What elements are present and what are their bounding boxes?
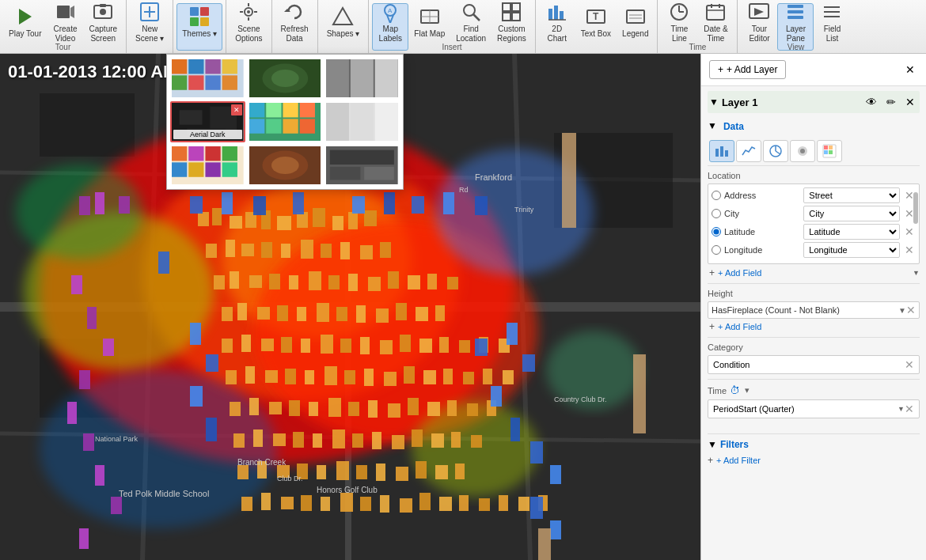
svg-rect-250	[419, 493, 431, 510]
themes-button[interactable]: Themes ▾	[176, 3, 222, 51]
svg-text:Honors Golf Club: Honors Golf Club	[317, 486, 378, 494]
bar-chart-viz-button[interactable]	[709, 140, 734, 162]
layer-title-row: ▼ Layer 1 👁 ✏ ✕	[708, 91, 920, 113]
svg-rect-79	[283, 103, 298, 117]
layer-remove-button[interactable]: ✕	[902, 94, 918, 110]
svg-rect-209	[368, 400, 378, 418]
time-settings-arrow[interactable]: ▾	[745, 385, 750, 395]
theme-item-8[interactable]	[248, 145, 323, 186]
layer-edit-button[interactable]: ✏	[883, 94, 899, 110]
filters-title-row: ▼ Filters	[708, 439, 920, 450]
bubble-viz-button[interactable]	[790, 140, 815, 162]
scene-options-button[interactable]: SceneOptions	[230, 3, 268, 51]
city-radio[interactable]	[712, 209, 721, 218]
svg-text:T: T	[593, 11, 599, 22]
svg-rect-52	[787, 16, 803, 19]
svg-point-14	[247, 10, 250, 13]
theme-item-7[interactable]	[170, 145, 245, 186]
svg-rect-92	[205, 146, 220, 161]
location-add-field-row: + + Add Field ▼	[708, 267, 920, 278]
text-box-button[interactable]: T Text Box	[575, 3, 617, 51]
layer-expand-icon[interactable]: ▼	[709, 96, 719, 108]
theme-item-1[interactable]	[170, 58, 245, 99]
svg-rect-291	[79, 528, 89, 549]
longitude-remove-button[interactable]: ✕	[903, 244, 916, 256]
svg-rect-131	[277, 216, 291, 230]
svg-rect-12	[200, 17, 209, 26]
svg-rect-281	[95, 192, 104, 214]
location-add-field-label[interactable]: + Add Field	[718, 268, 761, 278]
add-filter-label[interactable]: + Add Filter	[716, 456, 761, 465]
location-dropdown-arrow[interactable]: ▼	[913, 269, 920, 277]
svg-rect-249	[400, 498, 412, 513]
toolbar-group-themes: Themes ▾	[173, 0, 226, 53]
play-tour-label: Play Tour	[9, 29, 42, 39]
latitude-remove-button[interactable]: ✕	[903, 225, 916, 238]
panel-close-button[interactable]: ✕	[902, 62, 918, 78]
latitude-radio[interactable]	[712, 227, 721, 236]
layer-visibility-button[interactable]: 👁	[863, 94, 880, 110]
theme-item-9[interactable]	[324, 145, 400, 186]
svg-rect-163	[277, 305, 288, 321]
heatmap-viz-button[interactable]	[817, 140, 842, 162]
legend-button[interactable]: Legend	[617, 3, 654, 51]
shapes-button[interactable]: Shapes ▾	[321, 3, 366, 51]
height-remove-button[interactable]: ✕	[906, 304, 916, 316]
longitude-select[interactable]: Longitude	[803, 242, 900, 258]
add-layer-button[interactable]: + + Add Layer	[709, 60, 786, 79]
aerial-dark-close[interactable]: ✕	[231, 104, 242, 115]
svg-rect-193	[344, 370, 355, 384]
theme-item-3[interactable]	[324, 58, 400, 99]
toolbar-group-scene-options: SceneOptions	[226, 0, 271, 53]
svg-rect-245	[321, 497, 330, 511]
svg-rect-136	[364, 210, 377, 226]
svg-rect-288	[83, 433, 94, 451]
svg-rect-280	[79, 196, 90, 215]
svg-rect-220	[313, 433, 322, 448]
new-scene-button[interactable]: NewScene ▾	[130, 3, 169, 51]
data-expand-icon[interactable]: ▼	[708, 120, 717, 131]
address-select[interactable]: Street	[803, 187, 900, 203]
svg-rect-182	[419, 339, 432, 353]
time-value: PeriodStart (Quarter)	[713, 404, 898, 414]
svg-rect-172	[222, 339, 233, 353]
panel-header: + + Add Layer ✕	[701, 54, 926, 86]
refresh-data-button[interactable]: RefreshData	[275, 3, 314, 51]
theme-item-2[interactable]	[248, 58, 323, 99]
svg-rect-315	[824, 150, 828, 154]
2d-chart-button[interactable]: 2DChart	[539, 3, 575, 51]
filters-expand-icon[interactable]: ▼	[708, 439, 717, 450]
theme-item-5[interactable]	[248, 101, 323, 142]
height-field-dropdown[interactable]: ▼	[898, 306, 906, 315]
svg-rect-274	[491, 386, 502, 407]
svg-rect-225	[412, 429, 423, 447]
text-box-label: Text Box	[581, 29, 611, 39]
new-scene-label: NewScene ▾	[135, 25, 164, 44]
height-add-field-row: + + Add Field	[708, 321, 920, 332]
toolbar-group-shapes: Shapes ▾	[318, 0, 370, 53]
category-remove-button[interactable]: ✕	[905, 358, 914, 371]
pie-chart-viz-button[interactable]	[763, 140, 788, 162]
text-box-icon: T	[583, 6, 609, 28]
svg-rect-161	[237, 303, 247, 320]
svg-rect-32	[548, 9, 552, 20]
map-labels-label: MapLabels	[379, 25, 402, 44]
add-filter-row: + + Add Filter	[708, 453, 920, 467]
address-radio[interactable]	[712, 191, 721, 200]
svg-rect-69	[326, 59, 349, 97]
theme-item-6[interactable]	[324, 101, 400, 142]
line-chart-viz-button[interactable]	[736, 140, 761, 162]
create-video-label: CreateVideo	[54, 25, 78, 44]
time-dropdown-arrow[interactable]: ▼	[898, 405, 905, 413]
latitude-select[interactable]: Latitude	[803, 224, 900, 240]
longitude-radio[interactable]	[712, 245, 721, 255]
svg-rect-83	[283, 119, 298, 133]
time-remove-button[interactable]: ✕	[905, 403, 914, 415]
svg-text:Club Dr.: Club Dr.	[277, 475, 303, 482]
theme-item-aerial-dark[interactable]: Aerial Dark ✕	[170, 101, 245, 142]
svg-rect-133	[313, 208, 325, 227]
refresh-data-label: RefreshData	[281, 25, 309, 44]
city-select[interactable]: City	[803, 206, 900, 221]
height-add-field-label[interactable]: + Add Field	[718, 322, 761, 331]
svg-rect-254	[499, 495, 508, 511]
